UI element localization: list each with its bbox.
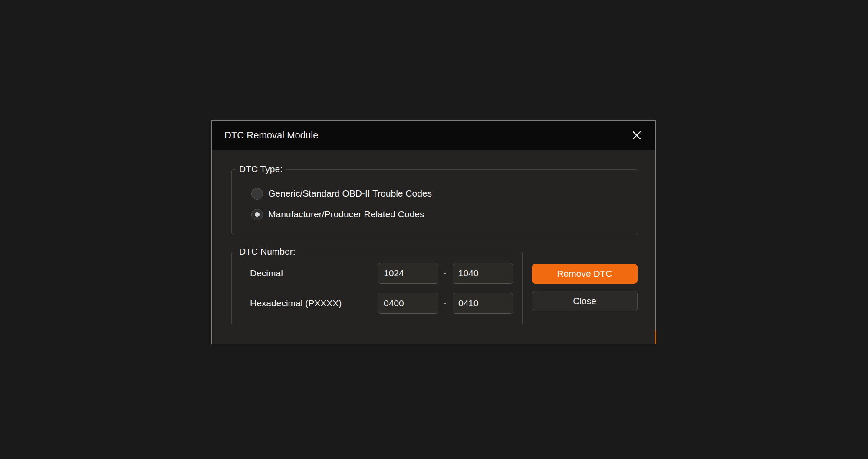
dtc-removal-dialog: DTC Removal Module DTC Type: Generic/Sta… [211,120,656,344]
range-separator: - [441,293,449,314]
hexadecimal-label: Hexadecimal (PXXXX) [250,293,342,314]
close-button[interactable]: Close [532,291,638,311]
decimal-to-input[interactable] [453,263,513,284]
radio-button-icon[interactable] [251,209,263,220]
decimal-from-input[interactable] [378,263,438,284]
hexadecimal-from-input[interactable] [378,293,438,314]
titlebar-close-button[interactable] [628,126,646,144]
close-icon [631,130,642,141]
dialog-title: DTC Removal Module [224,130,318,141]
hexadecimal-range-row: Hexadecimal (PXXXX) - [232,293,522,314]
decimal-range-row: Decimal - [232,263,522,284]
hexadecimal-to-input[interactable] [453,293,513,314]
remove-dtc-button[interactable]: Remove DTC [532,264,638,284]
dialog-titlebar[interactable]: DTC Removal Module [212,121,655,150]
dtc-number-legend: DTC Number: [236,246,299,257]
radio-option-label: Manufacturer/Producer Related Codes [268,209,424,220]
dtc-number-groupbox: DTC Number: Decimal - Hexadecimal (PXXXX… [231,252,523,325]
radio-button-icon[interactable] [251,188,263,200]
dtc-type-legend: DTC Type: [236,164,286,175]
range-separator: - [441,263,449,284]
dtc-type-groupbox: DTC Type: Generic/Standard OBD-II Troubl… [231,169,638,235]
radio-option-manufacturer[interactable]: Manufacturer/Producer Related Codes [251,208,424,220]
radio-option-label: Generic/Standard OBD-II Trouble Codes [268,188,432,199]
window-edge-highlight [655,330,656,344]
radio-option-generic-obd2[interactable]: Generic/Standard OBD-II Trouble Codes [251,187,432,200]
decimal-label: Decimal [250,263,283,284]
